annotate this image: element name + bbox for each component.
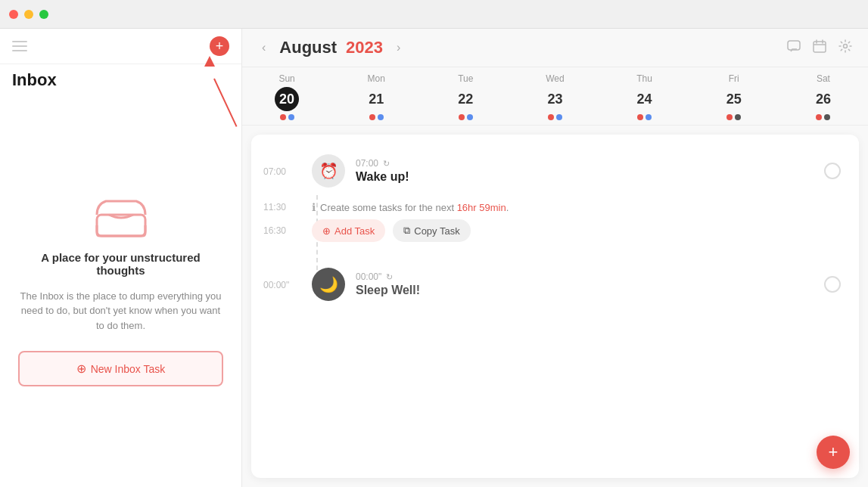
plus-icon: ⊕	[76, 361, 86, 376]
sleep-recur-icon: ↻	[386, 272, 393, 282]
minimize-button[interactable]	[24, 10, 33, 19]
info-row: ℹ Create some tasks for the next 16hr 59…	[312, 201, 509, 213]
day-col-tue[interactable]: Tue 22	[421, 67, 510, 125]
day-col-fri[interactable]: Fri 25	[689, 67, 779, 125]
day-dots-tue	[459, 114, 473, 120]
sidebar-empty-title: A place for your unstructured thoughts	[18, 251, 223, 277]
sleep-event-content: 00:00" ↻ Sleep Well!	[356, 271, 824, 297]
main-layout: + Inbox A place for your	[0, 29, 868, 487]
task-action-buttons: ⊕ Add Task ⧉ Copy Task	[312, 219, 471, 242]
wake-up-event-time: 07:00	[356, 158, 378, 169]
day-dots-fri	[726, 114, 741, 120]
title-bar	[0, 0, 868, 29]
mid-time-1630: 16:30	[263, 225, 301, 236]
day-col-sat[interactable]: Sat 26	[779, 67, 868, 125]
calendar-header: ‹ August 2023 ›	[242, 29, 868, 67]
svg-point-3	[844, 44, 848, 48]
recur-icon: ↻	[383, 159, 390, 169]
day-num-thu: 24	[633, 87, 657, 111]
info-text: Create some tasks for the next 16hr 59mi…	[320, 202, 509, 213]
calendar-area: ‹ August 2023 ›	[242, 29, 868, 487]
new-inbox-task-label: New Inbox Task	[91, 363, 166, 375]
settings-icon[interactable]	[838, 39, 853, 57]
add-button[interactable]: +	[210, 36, 229, 56]
day-col-mon[interactable]: Mon 21	[331, 67, 421, 125]
maximize-button[interactable]	[39, 10, 48, 19]
calendar-year: 2023	[346, 38, 383, 57]
day-num-wed: 23	[543, 87, 567, 111]
day-dots-mon	[369, 114, 384, 120]
sleep-event-time: 00:00"	[356, 271, 381, 282]
sleep-event-row: 00:00" 🌙 00:00" ↻ Sleep Well!	[251, 260, 859, 309]
day-dots-thu	[637, 114, 652, 120]
wake-up-event-row: 07:00 ⏰ 07:00 ↻ Wake up!	[251, 147, 859, 195]
middle-info-section: 11:30 ℹ Create some tasks for the next 1…	[251, 195, 859, 248]
day-num-sun: 20	[275, 87, 299, 111]
new-inbox-task-button[interactable]: ⊕ New Inbox Task	[18, 351, 223, 386]
moon-icon: 🌙	[319, 275, 338, 293]
day-dots-sat	[816, 114, 830, 120]
wake-up-event-title: Wake up!	[356, 170, 824, 184]
day-num-tue: 22	[453, 87, 478, 111]
calendar-header-icons	[786, 39, 853, 57]
day-name-sat: Sat	[817, 73, 830, 84]
add-task-label: Add Task	[334, 225, 375, 237]
alarm-icon: ⏰	[319, 162, 338, 180]
wake-up-check-button[interactable]	[824, 163, 841, 179]
day-name-thu: Thu	[636, 73, 652, 84]
close-button[interactable]	[9, 10, 18, 19]
copy-task-button[interactable]: ⧉ Copy Task	[393, 219, 470, 242]
svg-rect-1	[788, 41, 800, 50]
mid-time-1130: 11:30	[263, 202, 301, 212]
wake-up-time-label: 07:00	[263, 165, 301, 177]
inbox-illustration	[91, 194, 151, 239]
timeline-area: 07:00 ⏰ 07:00 ↻ Wake up!	[251, 135, 859, 478]
add-task-button[interactable]: ⊕ Add Task	[312, 219, 385, 242]
alarm-icon-wrap: ⏰	[312, 154, 345, 188]
day-name-sun: Sun	[278, 73, 294, 84]
sleep-event-title: Sleep Well!	[356, 284, 824, 297]
day-num-mon: 21	[364, 87, 388, 111]
chat-icon[interactable]	[786, 39, 801, 57]
calendar-month: August	[279, 38, 337, 57]
inbox-icon	[91, 194, 151, 239]
next-month-button[interactable]: ›	[392, 39, 405, 56]
svg-rect-2	[814, 42, 826, 52]
day-dots-sun	[280, 114, 294, 120]
moon-icon-wrap: 🌙	[312, 268, 345, 301]
day-name-wed: Wed	[546, 73, 564, 84]
wake-up-event-time-row: 07:00 ↻	[356, 158, 824, 169]
sidebar-header	[0, 29, 241, 64]
copy-icon: ⧉	[403, 225, 410, 237]
sidebar-content: A place for your unstructured thoughts T…	[0, 93, 241, 487]
sleep-event-time-row: 00:00" ↻	[356, 271, 824, 282]
day-num-sat: 26	[811, 87, 835, 111]
day-name-tue: Tue	[458, 73, 473, 84]
day-dots-wed	[548, 114, 562, 120]
prev-month-button[interactable]: ‹	[257, 39, 270, 56]
calendar-icon[interactable]	[812, 39, 827, 57]
day-col-sun[interactable]: Sun 20	[242, 67, 331, 125]
fab-button[interactable]: +	[817, 436, 850, 469]
highlight-time: 16hr 59min	[457, 202, 506, 213]
copy-task-label: Copy Task	[414, 225, 459, 237]
sleep-check-button[interactable]	[824, 276, 841, 293]
sidebar: + Inbox A place for your	[0, 29, 242, 487]
day-col-thu[interactable]: Thu 24	[600, 67, 689, 125]
sidebar-empty-description: The Inbox is the place to dump everythin…	[18, 289, 223, 333]
sleep-time-label: 00:00"	[263, 278, 301, 290]
day-name-mon: Mon	[368, 73, 385, 84]
days-row: Sun 20 Mon 21 Tue 22	[242, 67, 868, 126]
add-task-plus-icon: ⊕	[322, 225, 331, 237]
wake-up-event-content: 07:00 ↻ Wake up!	[356, 158, 824, 184]
sidebar-title: Inbox	[0, 64, 241, 93]
day-num-fri: 25	[722, 87, 746, 111]
info-icon: ℹ	[312, 201, 316, 213]
day-name-fri: Fri	[729, 73, 739, 84]
day-col-wed[interactable]: Wed 23	[510, 67, 599, 125]
sidebar-toggle-button[interactable]	[12, 38, 33, 54]
